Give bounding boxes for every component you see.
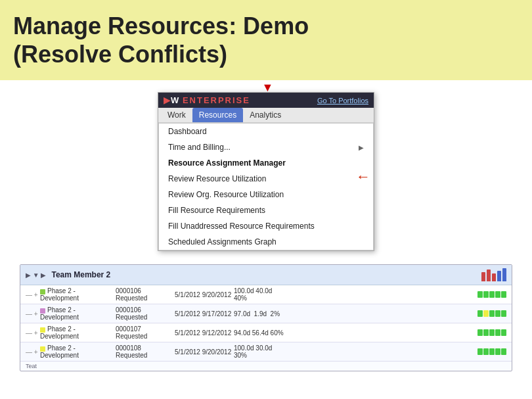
row-bar-1c <box>489 291 495 298</box>
mini-bar-chart <box>481 268 506 281</box>
row-expand-2[interactable]: — + <box>26 310 40 317</box>
row-bar-3b <box>483 329 489 336</box>
dropdown-item-time-billing[interactable]: Time and Billing... ▶ <box>159 139 373 155</box>
row-phase-1: Phase 2 - Development <box>40 287 116 302</box>
phase-color-dot-2 <box>40 308 45 314</box>
row-bars-2 <box>477 310 506 317</box>
row-expand-3[interactable]: — + <box>26 329 40 337</box>
app-window: ▼ ▶W ENTERPRISE Go To Portfolios Work Re… <box>158 92 374 251</box>
row-id-4: 0000108 Requested <box>116 344 175 359</box>
row-dates-4: 5/1/2012 9/20/2012 <box>175 348 234 356</box>
row-dates-1: 5/1/2012 9/20/2012 <box>175 291 234 298</box>
chart-bar-5 <box>502 268 506 281</box>
go-to-portfolios-link[interactable]: Go To Portfolios <box>317 97 368 105</box>
row-bar-4b <box>483 348 489 355</box>
row-phase-2: Phase 2 - Development <box>40 306 116 321</box>
row-stats-4: 100.0d 30.0d 30% <box>234 344 286 359</box>
row-bar-3c <box>489 329 495 336</box>
table-header-row: ▶ ▼ ▶ Team Member 2 <box>20 265 512 285</box>
row-bar-4d <box>495 348 500 355</box>
row-bar-4c <box>489 348 495 355</box>
screenshot-area: ▼ ▶W ENTERPRISE Go To Portfolios Work Re… <box>0 80 532 258</box>
phase-color-dot-1 <box>40 289 45 294</box>
logo-accent: ▶ <box>164 95 171 105</box>
row-bar-1d <box>495 291 500 298</box>
dropdown-item-review-org-utilization[interactable]: Review Org. Resource Utilization <box>159 187 373 202</box>
bottom-label: Teat <box>20 362 512 371</box>
page-title: Manage Resources: Demo (Resolve Conflict… <box>13 12 519 68</box>
title-line2: (Resolve Conflicts) <box>13 41 227 68</box>
cursor-arrow-icon: ▼ <box>261 81 273 95</box>
table-section: ▶ ▼ ▶ Team Member 2 — + Phase 2 - Develo… <box>20 264 512 371</box>
row-bar-3e <box>501 329 506 336</box>
table-row: — + Phase 2 - Development 0000106 Reques… <box>20 304 512 323</box>
row-bars-4 <box>477 348 506 355</box>
row-bar-2e <box>501 310 506 317</box>
row-phase-3: Phase 2 - Development <box>40 325 116 340</box>
row-phase-4: Phase 2 - Development <box>40 344 116 359</box>
dropdown-item-scheduled-graph[interactable]: Scheduled Assignments Graph <box>159 234 373 250</box>
chart-bar-1 <box>481 272 485 281</box>
row-bar-4a <box>477 348 483 355</box>
row-stats-3: 94.0d 56.4d 60% <box>234 329 286 337</box>
row-bar-4e <box>501 348 506 355</box>
chart-bar-3 <box>492 273 496 281</box>
row-stats-2: 97.0d 1.9d 2% <box>234 310 286 317</box>
row-id-2: 0000106 Requested <box>116 306 175 321</box>
row-bar-1a <box>477 291 483 298</box>
row-bar-1e <box>501 291 506 298</box>
team-member-label: Team Member 2 <box>51 270 110 279</box>
nav-item-resources[interactable]: Resources <box>192 108 243 122</box>
row-dates-2: 5/1/2012 9/17/2012 <box>175 310 234 317</box>
dropdown-item-review-utilization[interactable]: Review Resource Utilization <box>159 171 373 187</box>
table-row: — + Phase 2 - Development 0000107 Reques… <box>20 323 512 342</box>
phase-color-dot-4 <box>40 346 45 352</box>
nav-item-analytics[interactable]: Analytics <box>243 108 288 122</box>
app-topbar: ▶W ENTERPRISE Go To Portfolios <box>158 93 374 108</box>
row-bar-2d <box>495 310 500 317</box>
row-stats-1: 100.0d 40.0d 40% <box>234 287 286 302</box>
app-navbar: Work Resources Analytics <box>158 108 374 123</box>
title-line1: Manage Resources: Demo <box>13 12 309 39</box>
expand-icon[interactable]: ▶ ▼ ▶ <box>26 271 46 279</box>
dropdown-item-resource-assignment[interactable]: Resource Assignment Manager <box>159 155 373 171</box>
row-bar-2c <box>489 310 495 317</box>
row-bar-2b <box>483 310 489 317</box>
table-row: — + Phase 2 - Development 0000106 Reques… <box>20 285 512 304</box>
chart-bar-2 <box>487 270 491 281</box>
red-arrow-indicator-icon: ← <box>356 168 370 185</box>
chart-bar-4 <box>497 271 501 281</box>
row-id-1: 0000106 Requested <box>116 287 175 302</box>
dropdown-menu: Dashboard Time and Billing... ▶ Resource… <box>158 123 374 250</box>
row-bar-3a <box>477 329 483 336</box>
header-section: Manage Resources: Demo (Resolve Conflict… <box>0 0 532 80</box>
row-id-3: 0000107 Requested <box>116 325 175 340</box>
table-row: — + Phase 2 - Development 0000108 Reques… <box>20 342 512 362</box>
row-expand-4[interactable]: — + <box>26 348 40 356</box>
row-bar-1b <box>483 291 489 298</box>
phase-color-dot-3 <box>40 327 45 333</box>
row-bars-1 <box>477 291 506 298</box>
dropdown-item-fill-requirements[interactable]: Fill Resource Requirements <box>159 202 373 218</box>
row-dates-3: 5/1/2012 9/12/2012 <box>175 329 234 337</box>
app-logo: ▶W ENTERPRISE <box>164 95 250 105</box>
row-bar-2a <box>477 310 483 317</box>
row-bars-3 <box>477 329 506 336</box>
dropdown-item-fill-unaddressed[interactable]: Fill Unaddressed Resource Requirements <box>159 218 373 234</box>
submenu-arrow-icon: ▶ <box>359 144 364 151</box>
row-bar-3d <box>495 329 500 336</box>
logo-text: ENTERPRISE <box>183 95 250 105</box>
dropdown-item-dashboard[interactable]: Dashboard <box>159 124 373 139</box>
nav-item-work[interactable]: Work <box>161 108 192 122</box>
row-expand-1[interactable]: — + <box>26 291 40 298</box>
